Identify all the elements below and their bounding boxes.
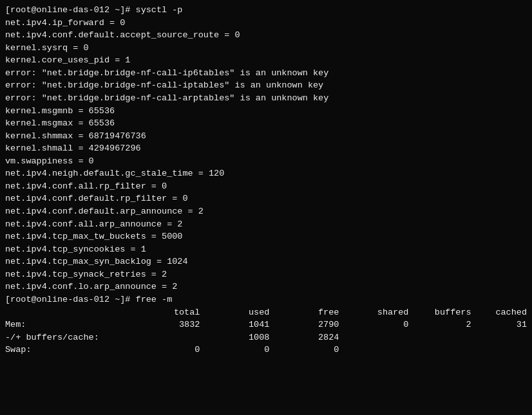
free-bufcache-used: 1008	[200, 331, 269, 344]
output-line-16: net.ipv4.conf.default.arp_announce = 2	[5, 205, 527, 218]
output-line-15: net.ipv4.conf.default.rp_filter = 0	[5, 192, 527, 205]
output-line-3: kernel.sysrq = 0	[5, 42, 527, 55]
output-line-22: net.ipv4.conf.lo.arp_announce = 2	[5, 281, 527, 293]
free-swap-cached	[471, 344, 527, 356]
free-header-shared: shared	[339, 306, 408, 319]
free-swap-free: 0	[269, 344, 339, 356]
free-swap-label: Swap:	[5, 344, 117, 356]
output-line-10: kernel.shmmax = 68719476736	[5, 130, 527, 143]
output-line-19: net.ipv4.tcp_syncookies = 1	[5, 243, 527, 256]
output-line-17: net.ipv4.conf.all.arp_announce = 2	[5, 218, 527, 231]
output-line-5: error: "net.bridge.bridge-nf-call-ip6tab…	[5, 67, 527, 80]
free-mem-total: 3832	[117, 318, 200, 331]
free-swap-row: Swap: 0 0 0	[5, 344, 527, 356]
prompt-free: [root@online-das-012 ~]# free -m	[5, 293, 527, 306]
output-line-2: net.ipv4.conf.default.accept_source_rout…	[5, 29, 527, 42]
output-line-18: net.ipv4.tcp_max_tw_buckets = 5000	[5, 230, 527, 243]
output-line-6: error: "net.bridge.bridge-nf-call-iptabl…	[5, 79, 527, 92]
free-table: total used free shared buffers cached Me…	[5, 306, 527, 356]
free-header-buffers: buffers	[408, 306, 471, 319]
output-line-8: kernel.msgmnb = 65536	[5, 105, 527, 118]
free-mem-free: 2790	[269, 318, 339, 331]
free-bufcache-label: -/+ buffers/cache:	[5, 331, 117, 344]
free-bufcache-shared	[339, 331, 408, 344]
free-mem-used: 1041	[200, 318, 269, 331]
free-header-total: total	[117, 306, 200, 319]
free-bufcache-free: 2824	[269, 331, 339, 344]
free-swap-total: 0	[117, 344, 200, 356]
output-line-9: kernel.msgmax = 65536	[5, 117, 527, 130]
free-mem-cached: 31	[471, 318, 527, 331]
free-mem-row: Mem: 3832 1041 2790 0 2 31	[5, 318, 527, 331]
free-header-label	[5, 306, 117, 319]
free-swap-shared	[339, 344, 408, 356]
free-swap-used: 0	[200, 344, 269, 356]
free-header-used: used	[200, 306, 269, 319]
output-line-13: net.ipv4.neigh.default.gc_stale_time = 1…	[5, 167, 527, 180]
output-line-4: kernel.core_uses_pid = 1	[5, 54, 527, 67]
free-bufcache-buffers	[408, 331, 471, 344]
output-line-7: error: "net.bridge.bridge-nf-call-arptab…	[5, 92, 527, 105]
output-line-21: net.ipv4.tcp_synack_retries = 2	[5, 268, 527, 281]
free-header-free: free	[269, 306, 339, 319]
free-bufcache-total	[117, 331, 200, 344]
output-line-11: kernel.shmall = 4294967296	[5, 142, 527, 155]
terminal: [root@online-das-012 ~]# sysctl -p net.i…	[5, 4, 527, 356]
output-line-14: net.ipv4.conf.all.rp_filter = 0	[5, 180, 527, 193]
output-line-20: net.ipv4.tcp_max_syn_backlog = 1024	[5, 255, 527, 268]
free-swap-buffers	[408, 344, 471, 356]
free-mem-label: Mem:	[5, 318, 117, 331]
free-header-row: total used free shared buffers cached	[5, 306, 527, 319]
free-bufcache-cached	[471, 331, 527, 344]
output-line-12: vm.swappiness = 0	[5, 155, 527, 168]
prompt-sysctl: [root@online-das-012 ~]# sysctl -p	[5, 4, 527, 17]
free-mem-shared: 0	[339, 318, 408, 331]
free-bufcache-row: -/+ buffers/cache: 1008 2824	[5, 331, 527, 344]
output-line-1: net.ipv4.ip_forward = 0	[5, 17, 527, 30]
free-header-cached: cached	[471, 306, 527, 319]
free-mem-buffers: 2	[408, 318, 471, 331]
